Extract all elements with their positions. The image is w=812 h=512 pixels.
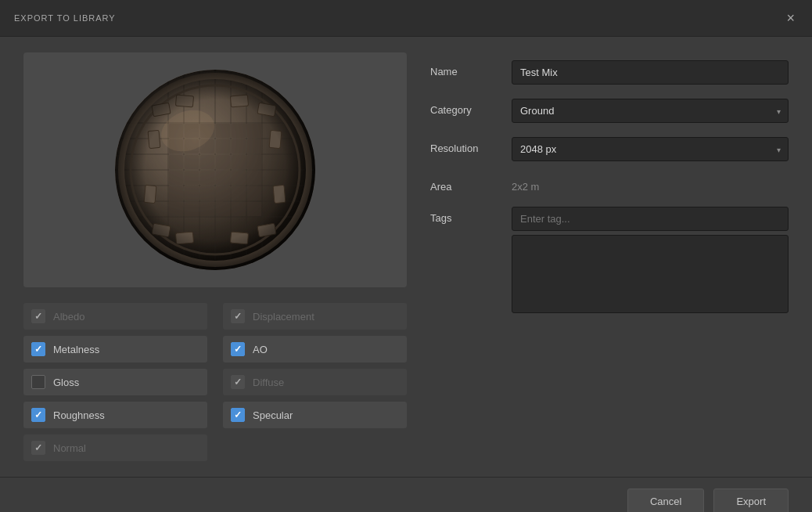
export-dialog: EXPORT TO LIBRARY × bbox=[0, 0, 812, 512]
category-label: Category bbox=[430, 99, 501, 116]
diffuse-label: Diffuse bbox=[253, 377, 284, 388]
check-icon: ✓ bbox=[234, 410, 242, 420]
left-panel: ✓ Albedo ✓ Metalness Gloss bbox=[23, 52, 407, 461]
check-icon: ✓ bbox=[34, 410, 42, 420]
displacement-checkbox-indicator: ✓ bbox=[231, 309, 245, 323]
checkbox-metalness[interactable]: ✓ Metalness bbox=[23, 336, 207, 362]
area-value: 2x2 m bbox=[512, 175, 789, 193]
preview-area bbox=[23, 52, 407, 287]
metalness-checkbox-indicator: ✓ bbox=[31, 342, 45, 356]
category-select[interactable]: Ground Stone Wood Metal Fabric Other bbox=[512, 99, 789, 123]
sphere-pattern bbox=[115, 70, 315, 270]
name-label: Name bbox=[430, 60, 501, 78]
checkbox-specular[interactable]: ✓ Specular bbox=[223, 402, 407, 428]
checkbox-roughness[interactable]: ✓ Roughness bbox=[23, 402, 207, 428]
name-input[interactable] bbox=[512, 60, 789, 85]
material-preview bbox=[106, 60, 325, 279]
check-icon: ✓ bbox=[234, 312, 242, 321]
dialog-footer: Cancel Export bbox=[0, 477, 812, 512]
ao-checkbox-indicator: ✓ bbox=[231, 342, 245, 356]
cancel-button[interactable]: Cancel bbox=[627, 489, 704, 512]
check-icon: ✓ bbox=[234, 344, 242, 354]
category-select-wrapper: Ground Stone Wood Metal Fabric Other ▾ bbox=[512, 99, 789, 123]
dialog-body: ✓ Albedo ✓ Metalness Gloss bbox=[0, 37, 812, 477]
category-row: Category Ground Stone Wood Metal Fabric … bbox=[430, 99, 789, 123]
gloss-checkbox-indicator bbox=[31, 375, 45, 389]
close-button[interactable]: × bbox=[783, 11, 798, 25]
check-icon: ✓ bbox=[34, 312, 42, 321]
check-icon: ✓ bbox=[34, 443, 42, 453]
tags-column bbox=[512, 207, 789, 313]
resolution-label: Resolution bbox=[430, 137, 501, 154]
check-icon: ✓ bbox=[34, 344, 42, 354]
albedo-label: Albedo bbox=[53, 311, 84, 323]
specular-label: Specular bbox=[253, 409, 293, 421]
name-row: Name bbox=[430, 60, 789, 85]
ao-label: AO bbox=[253, 344, 268, 355]
tags-label: Tags bbox=[430, 207, 501, 224]
checkbox-normal: ✓ Normal bbox=[23, 434, 207, 461]
resolution-select-wrapper: 512 px 1024 px 2048 px 4096 px ▾ bbox=[512, 137, 789, 161]
dialog-title: EXPORT TO LIBRARY bbox=[14, 13, 116, 23]
checkboxes-grid: ✓ Albedo ✓ Metalness Gloss bbox=[23, 303, 407, 461]
normal-label: Normal bbox=[53, 442, 86, 454]
tags-row: Tags bbox=[430, 207, 789, 313]
svg-point-65 bbox=[115, 70, 315, 270]
check-icon: ✓ bbox=[234, 377, 242, 387]
displacement-label: Displacement bbox=[253, 311, 314, 323]
diffuse-checkbox-indicator: ✓ bbox=[231, 375, 245, 389]
area-row: Area 2x2 m bbox=[430, 175, 789, 193]
specular-checkbox-indicator: ✓ bbox=[231, 408, 245, 422]
right-panel: Name Category Ground Stone Wood Metal Fa… bbox=[430, 52, 789, 461]
checkbox-ao[interactable]: ✓ AO bbox=[223, 336, 407, 362]
roughness-checkbox-indicator: ✓ bbox=[31, 408, 45, 422]
checkbox-gloss[interactable]: Gloss bbox=[23, 369, 207, 395]
tags-input[interactable] bbox=[512, 207, 789, 231]
checkbox-displacement: ✓ Displacement bbox=[223, 303, 407, 330]
dialog-header: EXPORT TO LIBRARY × bbox=[0, 0, 812, 37]
normal-checkbox-indicator: ✓ bbox=[31, 441, 45, 455]
checkbox-albedo: ✓ Albedo bbox=[23, 303, 207, 330]
tags-textarea[interactable] bbox=[512, 235, 789, 313]
area-label: Area bbox=[430, 175, 501, 193]
resolution-row: Resolution 512 px 1024 px 2048 px 4096 p… bbox=[430, 137, 789, 161]
roughness-label: Roughness bbox=[53, 409, 105, 421]
albedo-checkbox-indicator: ✓ bbox=[31, 309, 45, 323]
export-button[interactable]: Export bbox=[713, 489, 789, 512]
metalness-label: Metalness bbox=[53, 344, 99, 355]
resolution-select[interactable]: 512 px 1024 px 2048 px 4096 px bbox=[512, 137, 789, 161]
checkbox-diffuse: ✓ Diffuse bbox=[223, 369, 407, 395]
gloss-label: Gloss bbox=[53, 377, 79, 388]
